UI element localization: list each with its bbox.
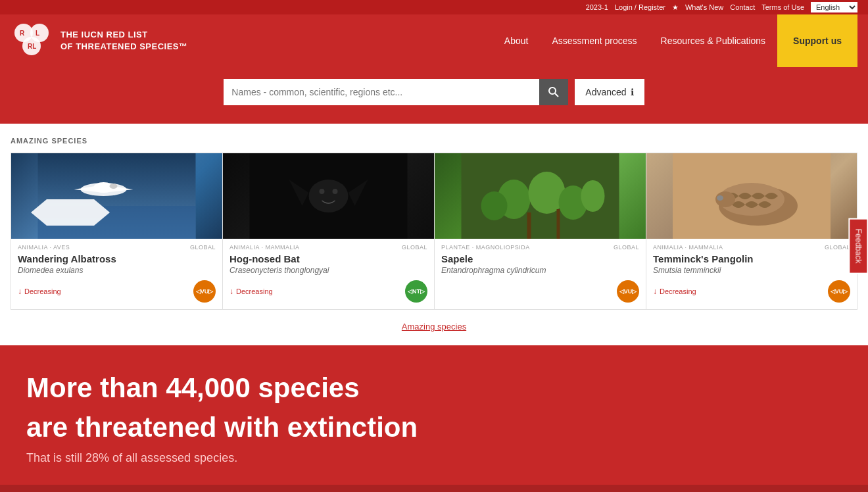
species-image-sapele xyxy=(435,153,646,239)
whats-new-link[interactable]: What's New xyxy=(685,3,723,11)
status-badge-bat: ◁NT▷ xyxy=(405,280,427,303)
status-badge-pangolin: ◁VU▷ xyxy=(828,280,850,303)
card-status-albatross: ↓ Decreasing ◁VU▷ xyxy=(18,280,216,303)
nav-assessment[interactable]: Assessment process xyxy=(540,14,648,67)
card-body-bat: ANIMALIA · MAMMALIA GLOBAL Hog-nosed Bat… xyxy=(223,239,434,309)
svg-rect-27 xyxy=(557,209,560,239)
search-button[interactable] xyxy=(539,79,568,105)
contact-link[interactable]: Contact xyxy=(730,3,755,11)
stats-grid: AMPHIBIANS 41% 🐸 MAMMALS 26% 🐆 CONIFERS … xyxy=(0,485,868,492)
iucn-logo-icon: R L RL xyxy=(11,20,53,62)
pangolin-illustration xyxy=(646,153,857,239)
card-title-sapele: Sapele xyxy=(441,253,639,264)
svg-text:R: R xyxy=(20,30,25,37)
search-section: Advanced ℹ xyxy=(0,67,868,124)
main-content: AMAZING SPECIES xyxy=(0,124,868,345)
trend-arrow-albatross: ↓ xyxy=(18,287,22,296)
year-label: 2023-1 xyxy=(586,3,608,11)
logo-text: THE IUCN RED LIST OF THREATENED SPECIES™ xyxy=(60,29,188,53)
advanced-search-button[interactable]: Advanced ℹ xyxy=(575,79,644,105)
search-icon xyxy=(548,87,559,97)
trend-arrow-bat: ↓ xyxy=(229,287,233,296)
species-image-pangolin xyxy=(646,153,857,239)
card-body-sapele: PLANTAE · MAGNOLIOPSIDA GLOBAL Sapele En… xyxy=(435,239,646,309)
svg-text:L: L xyxy=(36,30,39,37)
advanced-info-icon: ℹ xyxy=(631,87,634,97)
card-title-pangolin: Temminck's Pangolin xyxy=(653,253,850,264)
card-scientific-sapele: Entandrophragma cylindricum xyxy=(441,266,639,275)
amazing-species-link[interactable]: Amazing species xyxy=(402,322,466,332)
stats-section: More than 44,000 species are threatened … xyxy=(0,345,868,492)
species-card-bat[interactable]: ANIMALIA · MAMMALIA GLOBAL Hog-nosed Bat… xyxy=(222,153,434,310)
top-bar: 2023-1 Login / Register ★ What's New Con… xyxy=(0,0,868,14)
login-link[interactable]: Login / Register xyxy=(615,3,665,11)
albatross-illustration xyxy=(11,153,222,239)
header: R L RL THE IUCN RED LIST OF THREATENED S… xyxy=(0,14,868,67)
card-status-sapele: ◁VU▷ xyxy=(441,280,639,303)
card-title-bat: Hog-nosed Bat xyxy=(229,253,427,264)
card-meta-sapele: PLANTAE · MAGNOLIOPSIDA GLOBAL xyxy=(441,244,639,251)
feedback-tab[interactable]: Feedback xyxy=(849,218,868,274)
svg-text:RL: RL xyxy=(28,43,36,50)
card-meta-albatross: ANIMALIA · AVES GLOBAL xyxy=(18,244,216,251)
nav-about[interactable]: About xyxy=(493,14,541,67)
card-scientific-bat: Craseonycteris thonglongyai xyxy=(229,266,427,275)
card-scientific-albatross: Diomedea exulans xyxy=(18,266,216,275)
trend-albatross: ↓ Decreasing xyxy=(18,287,61,296)
svg-point-24 xyxy=(481,191,508,220)
search-input[interactable] xyxy=(224,79,539,105)
card-body-albatross: ANIMALIA · AVES GLOBAL Wandering Albatro… xyxy=(11,239,222,309)
card-meta-bat: ANIMALIA · MAMMALIA GLOBAL xyxy=(229,244,427,251)
card-meta-pangolin: ANIMALIA · MAMMALIA GLOBAL xyxy=(653,244,850,251)
search-wrapper xyxy=(224,79,568,105)
nav-support[interactable]: Support us xyxy=(777,14,857,67)
species-grid: ANIMALIA · AVES GLOBAL Wandering Albatro… xyxy=(11,153,857,310)
terms-link[interactable]: Terms of Use xyxy=(761,3,804,11)
species-image-bat xyxy=(223,153,434,239)
stats-headline2: are threatened with extinction xyxy=(26,411,842,444)
svg-point-25 xyxy=(581,180,605,212)
star-icon: ★ xyxy=(672,3,679,12)
card-title-albatross: Wandering Albatross xyxy=(18,253,216,264)
card-status-pangolin: ↓ Decreasing ◁VU▷ xyxy=(653,280,850,303)
main-nav: About Assessment process Resources & Pub… xyxy=(493,14,857,67)
feedback-label: Feedback xyxy=(854,229,863,264)
card-body-pangolin: ANIMALIA · MAMMALIA GLOBAL Temminck's Pa… xyxy=(646,239,857,309)
amazing-species-label: AMAZING SPECIES xyxy=(11,137,857,145)
trend-arrow-pangolin: ↓ xyxy=(653,287,657,296)
stats-headline1: More than 44,000 species xyxy=(26,372,842,405)
svg-point-6 xyxy=(549,87,556,94)
svg-rect-26 xyxy=(527,212,531,239)
card-scientific-pangolin: Smutsia temminckii xyxy=(653,266,850,275)
svg-line-7 xyxy=(555,93,558,97)
advanced-label: Advanced xyxy=(585,87,626,97)
trend-bat: ↓ Decreasing xyxy=(229,287,273,296)
svg-point-13 xyxy=(110,184,118,189)
status-badge-albatross: ◁VU▷ xyxy=(193,280,216,303)
svg-point-15 xyxy=(309,180,349,212)
status-badge-sapele: ◁VU▷ xyxy=(617,280,639,303)
species-card-sapele[interactable]: PLANTAE · MAGNOLIOPSIDA GLOBAL Sapele En… xyxy=(434,153,646,310)
logo-area[interactable]: R L RL THE IUCN RED LIST OF THREATENED S… xyxy=(11,20,188,62)
species-card-pangolin[interactable]: ANIMALIA · MAMMALIA GLOBAL Temminck's Pa… xyxy=(646,153,857,310)
svg-point-32 xyxy=(717,195,723,201)
trend-pangolin: ↓ Decreasing xyxy=(653,287,696,296)
svg-rect-9 xyxy=(38,206,196,239)
svg-point-19 xyxy=(333,189,338,194)
species-card-albatross[interactable]: ANIMALIA · AVES GLOBAL Wandering Albatro… xyxy=(11,153,222,310)
language-select[interactable]: English Français Español xyxy=(811,2,857,12)
sapele-illustration xyxy=(435,153,646,239)
stats-subtitle: That is still 28% of all assessed specie… xyxy=(26,451,842,465)
card-status-bat: ↓ Decreasing ◁NT▷ xyxy=(229,280,427,303)
amazing-species-link-area: Amazing species xyxy=(11,320,857,332)
nav-resources[interactable]: Resources & Publications xyxy=(649,14,778,67)
species-image-albatross xyxy=(11,153,222,239)
bat-illustration xyxy=(223,153,434,239)
svg-point-18 xyxy=(320,189,325,194)
